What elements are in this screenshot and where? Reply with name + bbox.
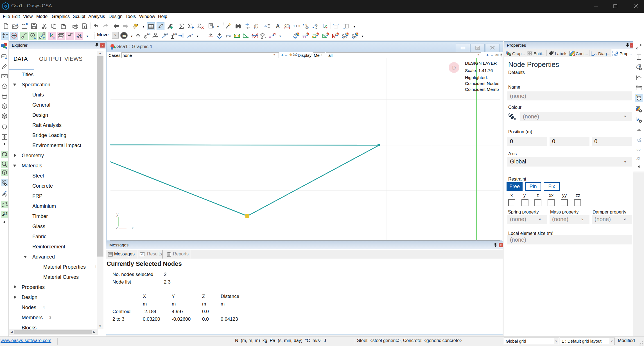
svg-text:A: A — [276, 23, 280, 29]
svg-text:Coincident Nodes: Coincident Nodes — [465, 81, 500, 86]
svg-text:Scale: 1:41.76: Scale: 1:41.76 — [465, 68, 493, 73]
svg-text:DESIGN LAYER: DESIGN LAYER — [465, 61, 497, 66]
svg-text:123: 123 — [147, 32, 150, 35]
svg-text:×2: ×2 — [636, 148, 641, 152]
svg-text:Highlighted:: Highlighted: — [465, 75, 488, 80]
svg-text:.0: .0 — [315, 26, 317, 29]
svg-text:D: D — [452, 65, 456, 71]
svg-text:y: y — [353, 37, 354, 39]
svg-text:ab: ab — [2, 55, 5, 58]
svg-text:G: G — [4, 5, 7, 8]
svg-text:1.E3: 1.E3 — [293, 24, 300, 28]
svg-text:.00: .00 — [305, 26, 309, 29]
svg-text:x: x — [132, 225, 134, 230]
svg-text:123: 123 — [164, 32, 168, 35]
svg-text:y: y — [116, 212, 119, 217]
svg-text:x: x — [343, 37, 345, 39]
svg-text:cm: cm — [284, 23, 290, 28]
svg-text:/2: /2 — [636, 156, 640, 161]
svg-text:f(): f() — [254, 24, 258, 29]
svg-text:2.7: 2.7 — [3, 212, 7, 215]
svg-text:123: 123 — [173, 32, 177, 35]
svg-text:z: z — [116, 225, 118, 230]
svg-text:ab: ab — [141, 253, 143, 256]
svg-text:x: x — [269, 34, 271, 39]
svg-text:Coincident Memb: Coincident Memb — [465, 87, 499, 92]
